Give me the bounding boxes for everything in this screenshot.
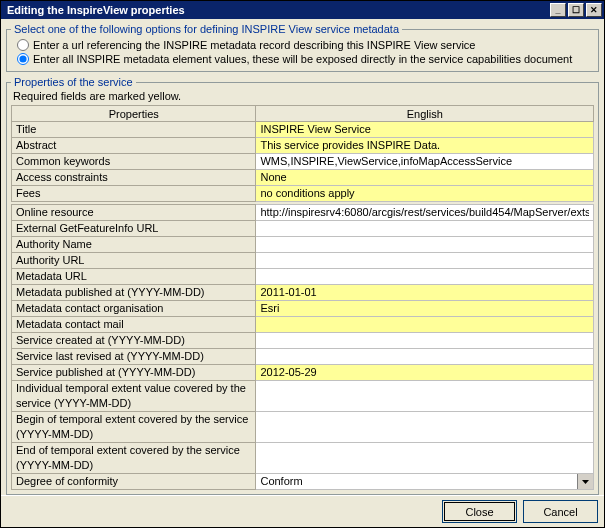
table-row: Service created at (YYYY-MM-DD) [12, 333, 594, 349]
close-button[interactable]: Close [442, 500, 517, 523]
table-row: Begin of temporal extent covered by the … [12, 412, 594, 443]
options-legend: Select one of the following options for … [11, 23, 402, 35]
online-resource-row: Online resource [12, 205, 594, 221]
table-row: Metadata contact mail [12, 317, 594, 333]
option-values-label: Enter all INSPIRE metadata element value… [33, 53, 572, 65]
conformity-label: Degree of conformity [12, 474, 256, 490]
property-label: Access constraints [12, 170, 256, 186]
options-group: Select one of the following options for … [6, 23, 599, 72]
table-row: Common keywordsWMS,INSPIRE,ViewService,i… [12, 154, 594, 170]
col-properties-header: Properties [12, 106, 256, 122]
online-resource-label: Online resource [12, 205, 256, 221]
property-label: Title [12, 122, 256, 138]
online-resource-input[interactable] [256, 205, 593, 220]
table-row: Access constraintsNone [12, 170, 594, 186]
dialog-button-row: Close Cancel [1, 495, 604, 527]
property-label: Begin of temporal extent covered by the … [12, 412, 256, 443]
property-label: Service last revised at (YYYY-MM-DD) [12, 349, 256, 365]
table-row: Authority Name [12, 237, 594, 253]
property-label: End of temporal extent covered by the se… [12, 443, 256, 474]
table-row: External GetFeatureInfo URL [12, 221, 594, 237]
conformity-combo[interactable]: Conform [256, 474, 594, 490]
property-value[interactable]: WMS,INSPIRE,ViewService,infoMapAccessSer… [256, 154, 594, 170]
chevron-down-icon[interactable] [577, 474, 593, 489]
title-bar: Editing the InspireView properties _ ☐ ✕ [1, 1, 604, 19]
property-value[interactable] [256, 333, 594, 349]
table-row: Feesno conditions apply [12, 186, 594, 202]
property-value[interactable] [256, 443, 594, 474]
conformity-row: Degree of conformity Conform [12, 474, 594, 490]
property-label: Service created at (YYYY-MM-DD) [12, 333, 256, 349]
property-value[interactable] [256, 237, 594, 253]
conformity-value: Conform [260, 475, 302, 487]
property-value[interactable]: INSPIRE View Service [256, 122, 594, 138]
minimize-button[interactable]: _ [550, 3, 566, 17]
table-row: Metadata contact organisationEsri [12, 301, 594, 317]
table-row: Metadata published at (YYYY-MM-DD)2011-0… [12, 285, 594, 301]
dialog-window: Editing the InspireView properties _ ☐ ✕… [0, 0, 605, 528]
property-value[interactable] [256, 221, 594, 237]
online-resource-table: Online resource External GetFeatureInfo … [11, 204, 594, 490]
col-english-header: English [256, 106, 594, 122]
close-window-button[interactable]: ✕ [586, 3, 602, 17]
property-value[interactable] [256, 381, 594, 412]
property-label: Authority Name [12, 237, 256, 253]
window-title: Editing the InspireView properties [3, 4, 548, 16]
table-row: Individual temporal extent value covered… [12, 381, 594, 412]
cancel-button[interactable]: Cancel [523, 500, 598, 523]
table-row: Service published at (YYYY-MM-DD)2012-05… [12, 365, 594, 381]
property-value[interactable]: None [256, 170, 594, 186]
option-values-radio[interactable] [17, 53, 29, 65]
property-value[interactable] [256, 253, 594, 269]
property-label: Abstract [12, 138, 256, 154]
property-value[interactable] [256, 412, 594, 443]
required-hint: Required fields are marked yellow. [13, 90, 594, 102]
table-row: AbstractThis service provides INSPIRE Da… [12, 138, 594, 154]
property-value[interactable] [256, 349, 594, 365]
option-values-row[interactable]: Enter all INSPIRE metadata element value… [17, 53, 594, 65]
property-label: Service published at (YYYY-MM-DD) [12, 365, 256, 381]
table-row: End of temporal extent covered by the se… [12, 443, 594, 474]
property-label: Authority URL [12, 253, 256, 269]
service-properties-group: Properties of the service Required field… [6, 76, 599, 495]
table-row: Service last revised at (YYYY-MM-DD) [12, 349, 594, 365]
property-value[interactable]: Esri [256, 301, 594, 317]
property-value[interactable]: This service provides INSPIRE Data. [256, 138, 594, 154]
property-label: Metadata published at (YYYY-MM-DD) [12, 285, 256, 301]
property-label: Metadata contact organisation [12, 301, 256, 317]
table-row: TitleINSPIRE View Service [12, 122, 594, 138]
table-row: Metadata URL [12, 269, 594, 285]
property-label: Metadata URL [12, 269, 256, 285]
maximize-button[interactable]: ☐ [568, 3, 584, 17]
property-value[interactable] [256, 317, 594, 333]
property-value[interactable]: 2012-05-29 [256, 365, 594, 381]
service-properties-legend: Properties of the service [11, 76, 136, 88]
property-label: External GetFeatureInfo URL [12, 221, 256, 237]
property-label: Individual temporal extent value covered… [12, 381, 256, 412]
property-value[interactable]: no conditions apply [256, 186, 594, 202]
table-row: Authority URL [12, 253, 594, 269]
property-label: Common keywords [12, 154, 256, 170]
property-value[interactable] [256, 269, 594, 285]
top-properties-table: Properties English TitleINSPIRE View Ser… [11, 105, 594, 202]
property-value[interactable]: 2011-01-01 [256, 285, 594, 301]
property-label: Fees [12, 186, 256, 202]
online-resource-cell [256, 205, 594, 221]
option-url-radio[interactable] [17, 39, 29, 51]
property-label: Metadata contact mail [12, 317, 256, 333]
option-url-label: Enter a url referencing the INSPIRE meta… [33, 39, 475, 51]
option-url-row[interactable]: Enter a url referencing the INSPIRE meta… [17, 39, 594, 51]
